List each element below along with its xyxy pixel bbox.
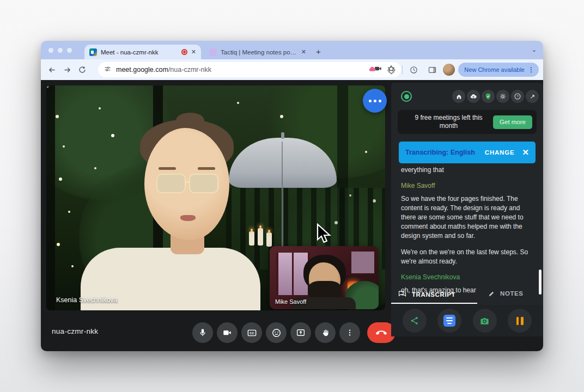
participant-name-label: Ksenia Svechnikova	[56, 296, 118, 304]
open-external-icon[interactable]	[526, 90, 539, 103]
svg-text:?: ?	[516, 95, 519, 98]
meet-page: Ksenia Svechnikova Mike Savoff nua-czmr-…	[41, 80, 543, 351]
settings-gear-icon[interactable]	[496, 90, 509, 103]
chrome-update-button[interactable]: New Chrome available ⋮	[458, 63, 539, 77]
help-icon[interactable]: ?	[511, 90, 524, 103]
tactiq-tabs: TRANSCRIPT NOTES	[391, 289, 543, 305]
transcript-speaker: Ksenia Svechnikova	[401, 273, 536, 281]
svg-text:CC: CC	[250, 331, 254, 334]
microphone-button[interactable]	[192, 322, 213, 343]
candle	[249, 231, 254, 246]
browser-toolbar: meet.google.com/nua-czmr-nkk New Chrome …	[41, 59, 543, 80]
close-banner-icon[interactable]: ✕	[522, 148, 529, 157]
tab-transcript[interactable]: TRANSCRIPT	[398, 290, 455, 299]
chat-icon	[398, 290, 407, 299]
side-panel-icon[interactable]	[424, 62, 440, 77]
tab-search-chevron-icon[interactable]: ⌄	[532, 46, 537, 53]
cloud-upload-icon[interactable]	[467, 90, 480, 103]
new-tab-button[interactable]: +	[316, 47, 321, 56]
more-options-button[interactable]	[339, 322, 360, 343]
transcript-text: We're on the we're on the last few steps…	[401, 248, 536, 266]
share-button[interactable]	[403, 309, 427, 333]
pip-video-tile[interactable]: Mike Savoff	[270, 246, 379, 309]
transcript-text: So we have the four pages finished. The …	[401, 194, 536, 241]
transcript-speaker: Mike Savoff	[401, 182, 536, 189]
tactiq-action-bar	[391, 305, 543, 336]
raise-hand-button[interactable]	[315, 322, 336, 343]
present-screen-button[interactable]	[290, 322, 311, 343]
tab-title: Meet - nua-czmr-nkk	[101, 49, 178, 56]
tab-strip: Meet - nua-czmr-nkk ✕ Tactiq | Meeting n…	[41, 41, 543, 59]
meet-controls: CC	[192, 322, 396, 343]
site-settings-icon[interactable]	[104, 65, 112, 75]
more-menu-icon[interactable]: ⋮	[528, 66, 534, 74]
transcribing-banner: Transcribing: English CHANGE ✕	[399, 142, 536, 163]
pencil-icon	[488, 290, 496, 297]
pip-name-label: Mike Savoff	[275, 298, 306, 305]
quota-text: 9 free meetings left this month	[409, 114, 489, 130]
candle	[266, 232, 272, 247]
close-tab-icon[interactable]: ✕	[301, 49, 306, 55]
reactions-button[interactable]	[266, 322, 287, 343]
camera-button[interactable]	[217, 322, 238, 343]
scrollbar-thumb[interactable]	[539, 270, 542, 295]
mouse-cursor	[315, 223, 333, 247]
tactiq-logo-icon	[401, 91, 412, 102]
meet-favicon-icon	[89, 48, 97, 56]
back-icon[interactable]	[44, 62, 59, 77]
shield-check-icon[interactable]	[482, 90, 495, 103]
tactiq-sidebar: ? 9 free meetings left this month Get mo…	[391, 83, 543, 336]
transcribing-label: Transcribing: English	[405, 149, 480, 156]
profile-avatar[interactable]	[443, 64, 455, 76]
extensions-puzzle-icon[interactable]	[384, 62, 399, 77]
browser-window: Meet - nua-czmr-nkk ✕ Tactiq | Meeting n…	[41, 41, 543, 351]
tab-notes[interactable]: NOTES	[488, 290, 524, 297]
quota-banner: 9 free meetings left this month Get more	[398, 110, 537, 134]
recording-indicator-icon	[181, 49, 187, 55]
tab-tactiq[interactable]: Tactiq | Meeting notes power ✕	[204, 45, 311, 59]
screenshot-button[interactable]	[473, 309, 497, 333]
tactiq-extension-icon[interactable]	[365, 62, 380, 77]
change-language-button[interactable]: CHANGE	[485, 149, 515, 156]
captions-button[interactable]: CC	[241, 322, 262, 343]
transcript-list: everything thatMike SavoffSo we have the…	[401, 166, 536, 302]
pause-recording-button[interactable]	[508, 309, 532, 333]
close-tab-icon[interactable]: ✕	[191, 49, 196, 55]
window-traffic-lights[interactable]	[48, 48, 72, 53]
toolbar-divider	[402, 65, 403, 74]
toolbar-right-cluster: New Chrome available ⋮	[365, 62, 539, 77]
string-lights	[46, 85, 48, 88]
window-frame-bar	[46, 85, 55, 310]
url-bar[interactable]: meet.google.com/nua-czmr-nkk	[98, 62, 401, 77]
tactiq-favicon-icon	[209, 48, 217, 56]
candle	[258, 228, 263, 246]
export-to-docs-button[interactable]	[437, 309, 461, 333]
get-more-button[interactable]: Get more	[493, 115, 532, 129]
active-tab-underline	[391, 303, 477, 304]
tactiq-header: ?	[391, 89, 543, 105]
history-clock-icon[interactable]	[406, 62, 421, 77]
main-video-tile: Ksenia Svechnikova Mike Savoff	[46, 85, 385, 310]
docs-icon	[443, 315, 455, 327]
reload-icon[interactable]	[75, 62, 90, 77]
home-icon[interactable]	[452, 90, 465, 103]
tab-title: Tactiq | Meeting notes power	[221, 49, 297, 56]
meeting-code: nua-czmr-nkk	[52, 327, 98, 335]
forward-icon[interactable]	[59, 62, 75, 77]
pause-icon	[516, 317, 524, 325]
glasses	[156, 174, 186, 193]
chat-dots-bubble[interactable]	[363, 89, 387, 113]
tab-meet[interactable]: Meet - nua-czmr-nkk ✕	[84, 45, 201, 59]
transcript-text: everything that	[401, 166, 536, 175]
url-text: meet.google.com/nua-czmr-nkk	[116, 66, 369, 74]
chrome-update-label: New Chrome available	[464, 66, 525, 73]
